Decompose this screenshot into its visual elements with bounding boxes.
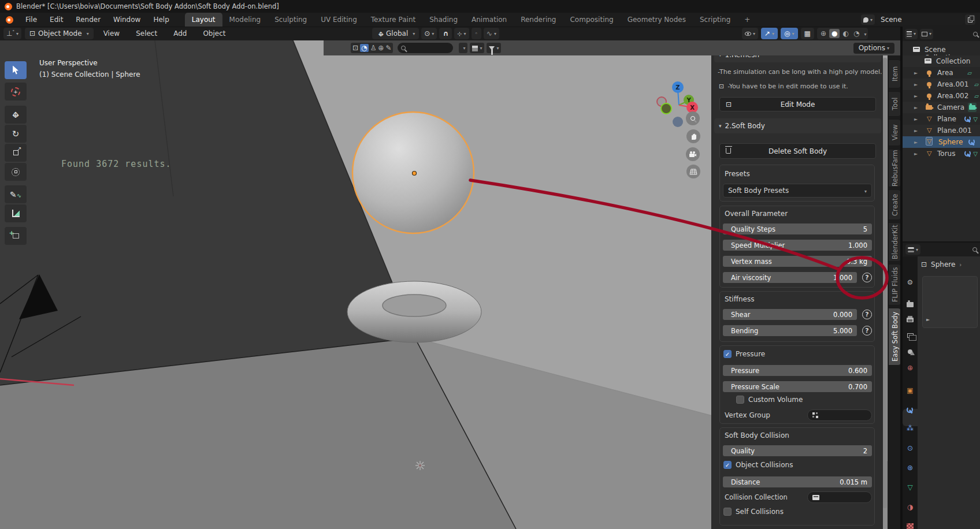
tab-material-icon[interactable]: ◑ [905, 502, 915, 512]
tab-physics-icon[interactable]: ⊙ [905, 444, 915, 453]
search-input[interactable] [398, 43, 453, 53]
soft-body-presets-dropdown[interactable]: Soft Body Presets [723, 184, 872, 198]
particle-list-box[interactable]: ► [922, 276, 978, 328]
tool-rotate[interactable]: ↻ [5, 125, 27, 143]
area-divider-vertical[interactable] [900, 27, 903, 529]
modifier-wrench-icon[interactable] [964, 150, 971, 157]
collision-quality-slider[interactable]: Quality2 [723, 445, 872, 456]
delete-soft-body-button[interactable]: Delete Soft Body [719, 143, 876, 159]
tab-render-icon[interactable] [905, 300, 915, 309]
shading-options-dropdown[interactable] [862, 29, 866, 38]
tool-3d-cursor[interactable]: + [5, 83, 27, 100]
collapse-dropdown[interactable] [459, 43, 467, 53]
tab-constraints-icon[interactable]: ⊛ [905, 463, 915, 472]
workspace-tab-geometry-nodes[interactable]: Geometry Nodes [621, 13, 693, 27]
outliner-row-plane-001[interactable]: ► ▽ Plane.001 [903, 125, 980, 136]
workspace-tab-animation[interactable]: Animation [465, 13, 514, 27]
tab-view-layer-icon[interactable] [905, 331, 915, 340]
sidebar-tab-rebusfarm[interactable]: RebusFarm [888, 149, 901, 187]
tool-measure[interactable] [5, 204, 27, 222]
menu-object[interactable]: Object [196, 27, 232, 40]
area-divider-horizontal[interactable] [903, 241, 980, 243]
sidebar-scrollbar[interactable] [883, 58, 887, 508]
custom-volume-checkbox[interactable] [736, 396, 744, 404]
physics-person-icon[interactable]: ♙ [370, 44, 377, 52]
collision-collection-field[interactable] [807, 491, 872, 503]
menu-view[interactable]: View [97, 27, 126, 40]
torus-object[interactable] [347, 281, 481, 342]
panel-header-soft-body[interactable]: ▾2.Soft Body [714, 118, 881, 133]
object-mode-dropdown[interactable]: ⊡Object Mode [25, 28, 94, 39]
blender-menu-icon[interactable] [0, 13, 19, 27]
tool-move[interactable]: ↔↕ [5, 106, 27, 124]
workspace-tab-sculpting[interactable]: Sculpting [268, 13, 314, 27]
bending-slider[interactable]: Bending5.000 [723, 325, 857, 336]
bending-help-button[interactable]: ? [862, 326, 872, 336]
workspace-tab-layout[interactable]: Layout [185, 13, 222, 27]
outliner-search-icon[interactable] [973, 32, 978, 36]
breadcrumb-object-name[interactable]: Sphere [931, 260, 955, 269]
expand-icon[interactable]: ► [914, 140, 918, 145]
expand-icon[interactable]: ► [914, 94, 918, 99]
properties-editor-type-button[interactable] [905, 244, 920, 255]
light-data-icon[interactable]: ▱ [974, 93, 979, 99]
light-data-icon[interactable]: ▱ [974, 81, 979, 88]
tool-select-tweak[interactable] [5, 61, 27, 79]
show-gizmo-visibility-dropdown[interactable] [742, 28, 758, 39]
menu-render[interactable]: Render [69, 13, 107, 27]
quality-steps-slider[interactable]: Quality Steps5 [723, 223, 872, 234]
tool-add-cube[interactable]: + [5, 227, 27, 245]
editor-type-button[interactable]: ⊥° [3, 28, 21, 39]
outliner-display-mode-dropdown[interactable] [905, 29, 918, 39]
modifier-wrench-icon[interactable] [964, 116, 971, 122]
navigation-gizmo[interactable]: Z Y X [652, 58, 710, 133]
tab-world-icon[interactable]: ⊕ [905, 363, 915, 372]
tab-particles-icon[interactable]: ⁂ [905, 424, 915, 433]
workspace-tab-compositing[interactable]: Compositing [563, 13, 620, 27]
sidebar-tab-create[interactable]: Create [888, 189, 901, 220]
shear-help-button[interactable]: ? [862, 310, 872, 319]
workspace-tab-rendering[interactable]: Rendering [514, 13, 563, 27]
object-collisions-checkbox[interactable]: ✓ [723, 461, 732, 469]
proportional-edit-toggle[interactable]: ◦ [472, 28, 481, 39]
workspace-tab-shading[interactable]: Shading [422, 13, 465, 27]
pressure-scale-slider[interactable]: Pressure Scale0.700 [723, 381, 872, 392]
pan-hand-button[interactable] [686, 129, 700, 143]
filter-dropdown[interactable] [487, 43, 501, 53]
orthographic-grid-button[interactable] [686, 165, 700, 178]
outliner-row-plane[interactable]: ► ▽ Plane ▽ [903, 113, 980, 125]
outliner-row-camera[interactable]: ► Camera [903, 102, 980, 113]
shading-sphere-icon[interactable]: ◔ [360, 44, 368, 52]
speed-multiplier-slider[interactable]: Speed Multiplier1.000 [723, 240, 872, 251]
sidebar-tab-item[interactable]: Item [888, 59, 901, 88]
expand-icon[interactable]: ► [914, 151, 918, 157]
workspace-tab-uv-editing[interactable]: UV Editing [314, 13, 364, 27]
expand-icon[interactable]: ► [914, 105, 918, 110]
outliner-filter-display-dropdown[interactable] [920, 29, 933, 39]
light-data-icon[interactable]: ▱ [967, 70, 972, 76]
tab-texture-icon[interactable] [905, 522, 915, 529]
outliner-row-torus[interactable]: ► ▽ Torus ▽ [903, 148, 980, 159]
expand-icon[interactable]: ► [914, 70, 918, 76]
camera-view-button[interactable] [686, 147, 700, 161]
snap-toggle[interactable]: ∩ [439, 28, 452, 39]
workspace-tab-modeling[interactable]: Modeling [222, 13, 268, 27]
outliner-row-collection[interactable]: Collection [903, 55, 980, 67]
tab-data-icon[interactable]: ▽ [905, 483, 915, 492]
edit-mode-button[interactable]: ⊡ Edit Mode [719, 97, 876, 111]
expand-icon[interactable]: ► [914, 128, 918, 133]
pressure-slider[interactable]: Pressure0.600 [723, 365, 872, 376]
transform-orientation-dropdown[interactable]: ↔↕Global [372, 28, 419, 39]
air-viscosity-slider[interactable]: Air viscosity1.000 [723, 272, 857, 283]
self-collisions-checkbox[interactable] [723, 508, 732, 516]
brush-icon[interactable]: ✎ [385, 44, 391, 52]
menu-select[interactable]: Select [129, 27, 164, 40]
gizmos-toggle[interactable]: ↗ [761, 28, 778, 39]
sidebar-tab-flip-fluids[interactable]: FLIP Fluids [888, 264, 901, 306]
properties-search-icon[interactable] [972, 247, 977, 252]
axis-neg-y-ball[interactable] [661, 103, 671, 114]
shading-rendered-button[interactable]: ◔ [852, 29, 861, 38]
camera-data-icon[interactable] [969, 105, 975, 110]
air-viscosity-help-button[interactable]: ? [862, 273, 872, 282]
shear-slider[interactable]: Shear0.000 [723, 309, 857, 320]
